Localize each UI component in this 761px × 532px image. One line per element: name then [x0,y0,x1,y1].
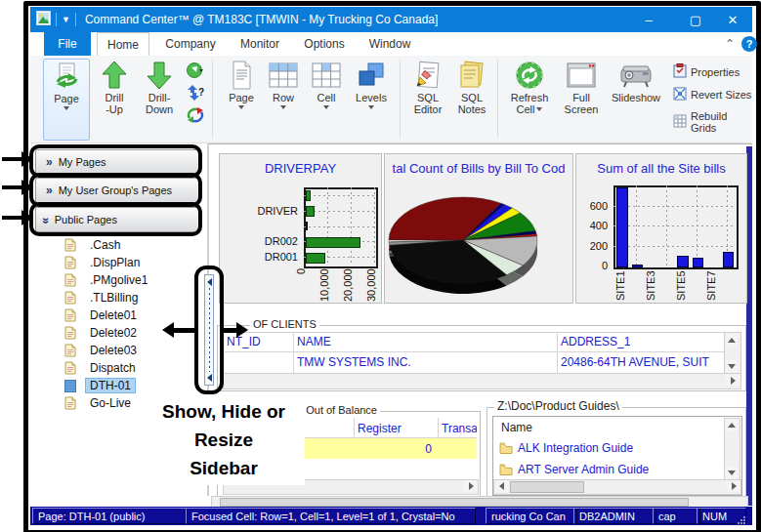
annotation-arrow [2,185,23,189]
table-cell[interactable]: 20486-64TH AVENUE, SUIT [561,351,720,373]
column-header[interactable]: NAME [297,332,553,351]
tree-item[interactable]: .DispPlan [64,254,191,271]
scrollbar-thumb[interactable] [510,481,584,493]
guides-hscrollbar[interactable] [493,479,741,495]
sql-editor-button[interactable]: SQL Editor [407,59,448,115]
tab-home[interactable]: Home [97,32,149,57]
clients-hscrollbar[interactable] [223,373,741,389]
navigate-updown-icon[interactable]: ? [185,83,206,102]
scroll-right-icon[interactable] [464,480,478,492]
guides-name-header[interactable]: Name [501,420,618,435]
tab-file[interactable]: File [44,32,91,56]
cell-grid-icon [312,59,341,92]
tree-item-label: Delete01 [86,308,141,322]
tree-item[interactable]: Dispatch [64,359,191,377]
slideshow-button[interactable]: Slideshow [607,59,665,103]
scroll-up-icon[interactable] [725,419,738,431]
scroll-left-icon[interactable] [494,480,508,492]
table-cell[interactable]: TMW SYSTEMS INC. [297,351,553,373]
balance-col-register[interactable]: Register [358,420,434,437]
scroll-down-icon[interactable] [725,467,738,479]
refresh-cell-button[interactable]: Refresh Cell [505,59,554,115]
create-cell-button[interactable]: Cell [308,59,345,109]
tab-window[interactable]: Window [359,32,421,56]
page-nav-icon [52,60,81,93]
tree-item-label: .TLBilling [86,291,142,305]
scroll-down-icon[interactable] [726,360,738,373]
full-screen-button[interactable]: Full Screen [560,59,603,115]
bar [306,190,311,201]
tree-item[interactable]: Delete03 [64,342,191,359]
guide-item[interactable]: ART Server Admin Guide [499,460,724,479]
page-nav-button[interactable]: Page [43,59,90,141]
page-icon [64,256,81,269]
ribbon-collapse-icon[interactable]: ⌃ [720,32,740,56]
minimize-button[interactable]: – [633,7,664,32]
guide-item[interactable]: ALK Integration Guide [499,438,724,458]
folder-icon [499,442,513,454]
tree-item[interactable]: .PMgolive1 [64,271,191,289]
drill-down-button[interactable]: Drill- Down [138,59,181,115]
chart-plot-area [613,185,739,269]
tree-item-label: Delete02 [86,326,141,340]
tree-item[interactable]: DTH-01 [64,377,191,394]
tab-monitor[interactable]: Monitor [230,32,290,56]
driverpay-chart-panel[interactable]: DRIVERPAY DRIVERDR002DR001010,00020,0003… [219,153,382,304]
folder-icon [499,464,513,475]
page-icon [64,238,81,252]
rebuild-grids-button[interactable]: Rebuild Grids [673,110,752,134]
revert-sizes-button[interactable]: Revert Sizes [673,87,751,102]
scroll-up-icon[interactable] [726,334,738,347]
resize-grip[interactable] [737,512,746,521]
create-page-button[interactable]: Page [222,59,261,109]
gridline [636,185,637,266]
status-segment: DB2ADMIN [573,508,656,524]
chart-title: DRIVERPAY [220,161,381,176]
tree-item[interactable]: Delete01 [64,307,191,324]
tab-company[interactable]: Company [156,32,225,56]
scrollbar-thumb[interactable] [220,498,689,507]
close-button[interactable]: ✕ [717,7,748,32]
tree-item[interactable]: .TLBilling [64,289,191,307]
site-bills-chart-panel[interactable]: Sum of all the Site bills 0200400600SITE… [575,153,747,304]
scroll-right-icon[interactable] [726,375,740,386]
maximize-button[interactable]: ▢ [680,7,711,32]
bar [306,237,360,248]
balance-register-value: 0 [354,438,432,459]
sql-notes-button[interactable]: SQL Notes [452,59,491,115]
dropdown-caret-icon [280,105,286,109]
gridline [613,206,735,207]
title-bar: ▼ Command Center™ @ TM183C [TMWIN - My T… [30,7,752,32]
balance-col-transa[interactable]: Transa [442,420,477,437]
create-levels-button[interactable]: Levels [351,59,392,109]
tree-item[interactable]: Delete02 [64,324,191,342]
page-icon [64,344,81,357]
app-icon [36,11,51,29]
properties-icon [673,63,687,80]
column-divider [557,332,558,373]
tree-item-label: .PMgolive1 [86,273,151,287]
gridline [374,187,375,265]
table-cell[interactable] [227,351,289,373]
scroll-right-icon[interactable] [727,480,740,492]
tree-item[interactable]: Go-Live [64,394,191,412]
annotation-box-public-pages [29,202,202,236]
column-header[interactable]: ADDRESS_1 [561,332,720,351]
create-row-button[interactable]: Row [265,59,302,109]
tree-item[interactable]: .Cash [64,236,191,254]
tab-options[interactable]: Options [295,32,354,56]
help-icon[interactable]: ? [741,36,757,52]
properties-button[interactable]: Properties [673,63,740,80]
guides-vscrollbar[interactable] [724,418,740,480]
bill-count-pie-panel[interactable]: tal Count of Bills by Bill To Cod [384,153,573,304]
axis-tick-label: SITE3 [646,270,656,311]
guides-title: Z:\Doc\Product Guides\ [494,399,622,413]
clients-vscrollbar[interactable] [724,332,741,375]
status-bar: Page: DTH-01 (public)Focused Cell: Row=1… [30,507,752,525]
row-grid-icon [269,59,298,92]
document-icon [229,59,254,92]
navigate-back-icon[interactable] [185,61,206,80]
drill-up-button[interactable]: Drill -Up [95,59,134,115]
quick-access-dropdown-icon[interactable]: ▼ [62,15,70,24]
refresh-pages-icon[interactable] [185,105,206,125]
